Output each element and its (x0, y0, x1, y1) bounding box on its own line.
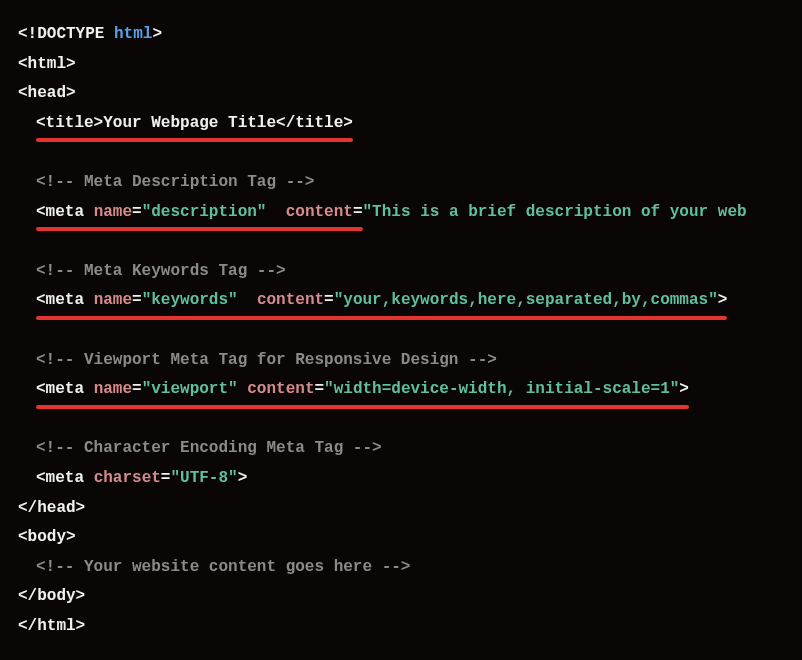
attr-value: "UTF-8" (170, 469, 237, 487)
title-close: </title> (276, 114, 353, 132)
space (238, 380, 248, 398)
attr-content: content (247, 380, 314, 398)
tag-close: > (238, 469, 248, 487)
equals: = (324, 291, 334, 309)
meta-tag: <meta (36, 203, 84, 221)
attr-value: "width=device-width, initial-scale=1" (324, 380, 679, 398)
attr-name: name (94, 203, 132, 221)
tag-close: > (679, 380, 689, 398)
meta-viewport-line: <meta name="viewport" content="width=dev… (36, 375, 689, 405)
equals: = (132, 291, 142, 309)
body-open-tag: <body> (18, 528, 76, 546)
comment-body-content: <!-- Your website content goes here --> (36, 558, 410, 576)
meta-keywords-line: <meta name="keywords" content="your,keyw… (36, 286, 727, 316)
code-block: <!DOCTYPE html> <html> <head> <title>You… (18, 20, 784, 641)
equals: = (161, 469, 171, 487)
space (247, 291, 257, 309)
attr-content: content (257, 291, 324, 309)
comment-meta-description: <!-- Meta Description Tag --> (36, 173, 314, 191)
code-content: <!DOCTYPE html> <html> <head> <title>You… (18, 20, 784, 641)
space (238, 291, 248, 309)
doctype-close: > (152, 25, 162, 43)
space (84, 291, 94, 309)
meta-description-line: <meta name="description" content= (36, 198, 363, 228)
attr-charset: charset (94, 469, 161, 487)
meta-tag: <meta (36, 469, 84, 487)
comment-charset: <!-- Character Encoding Meta Tag --> (36, 439, 382, 457)
equals: = (132, 203, 142, 221)
space (276, 203, 286, 221)
attr-value: "your,keywords,here,separated,by,commas" (334, 291, 718, 309)
meta-tag: <meta (36, 380, 84, 398)
underline-annotation (36, 405, 689, 409)
space (84, 380, 94, 398)
underline-annotation (36, 138, 353, 142)
html-open-tag: <html> (18, 55, 76, 73)
equals: = (353, 203, 363, 221)
body-close-tag: </body> (18, 587, 85, 605)
space (266, 203, 276, 221)
head-close-tag: </head> (18, 499, 85, 517)
meta-tag: <meta (36, 291, 84, 309)
attr-name: name (94, 380, 132, 398)
attr-value: "description" (142, 203, 267, 221)
equals: = (314, 380, 324, 398)
head-open-tag: <head> (18, 84, 76, 102)
comment-meta-keywords: <!-- Meta Keywords Tag --> (36, 262, 286, 280)
space (84, 203, 94, 221)
attr-name: name (94, 291, 132, 309)
attr-value: "This is a brief description of your web (363, 203, 747, 221)
equals: = (132, 380, 142, 398)
attr-value: "viewport" (142, 380, 238, 398)
attr-value: "keywords" (142, 291, 238, 309)
title-text: Your Webpage Title (103, 114, 276, 132)
html-close-tag: </html> (18, 617, 85, 635)
tag-close: > (718, 291, 728, 309)
attr-content: content (286, 203, 353, 221)
title-line: <title>Your Webpage Title</title> (36, 109, 353, 139)
doctype-keyword: html (114, 25, 152, 43)
space (84, 469, 94, 487)
underline-annotation (36, 227, 363, 231)
title-open: <title> (36, 114, 103, 132)
underline-annotation (36, 316, 727, 320)
doctype-open: <!DOCTYPE (18, 25, 114, 43)
comment-viewport: <!-- Viewport Meta Tag for Responsive De… (36, 351, 497, 369)
